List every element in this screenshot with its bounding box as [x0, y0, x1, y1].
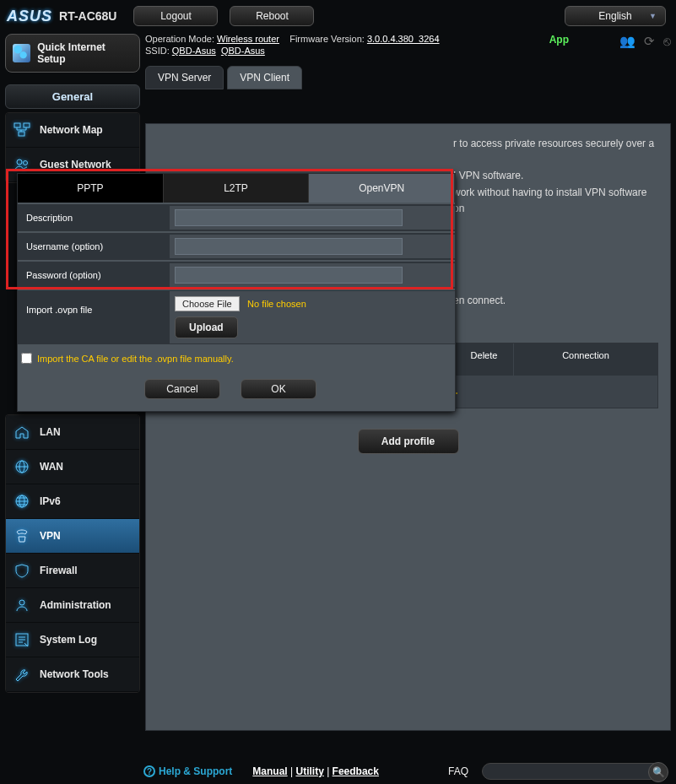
- nav-ipv6[interactable]: IPv6: [6, 484, 139, 519]
- nav-label: IPv6: [40, 495, 61, 507]
- desc-label: Description: [18, 205, 170, 230]
- pass-label: Password (option): [18, 262, 170, 288]
- modal-tab-openvpn[interactable]: OpenVPN: [309, 174, 455, 203]
- svg-point-4: [24, 161, 28, 165]
- feedback-link[interactable]: Feedback: [333, 765, 379, 777]
- quick-internet-setup-button[interactable]: Quick Internet Setup: [5, 34, 140, 73]
- utility-link[interactable]: Utility: [295, 765, 323, 777]
- chevron-down-icon: ▼: [649, 12, 657, 20]
- section-general: General: [5, 84, 140, 109]
- col-connection: Connection: [514, 343, 657, 376]
- nav-label: Network Map: [40, 124, 103, 136]
- nav-vpn[interactable]: VPN: [6, 519, 139, 554]
- nav-label: Guest Network: [40, 159, 111, 170]
- nav-system-log[interactable]: System Log: [6, 623, 139, 657]
- nav-label: LAN: [40, 426, 61, 438]
- choose-file-button[interactable]: Choose File: [175, 296, 240, 311]
- row-password: Password (option): [18, 262, 455, 289]
- nav-label: VPN: [40, 530, 61, 542]
- wrench-icon: [13, 666, 31, 683]
- reboot-button[interactable]: Reboot: [230, 6, 314, 26]
- globe-icon: [13, 458, 31, 475]
- cancel-button[interactable]: Cancel: [144, 379, 220, 399]
- upload-button[interactable]: Upload: [175, 316, 238, 338]
- svg-rect-0: [14, 123, 20, 127]
- svg-rect-2: [19, 132, 24, 136]
- question-icon: ?: [143, 765, 155, 777]
- footer-links: Manual | Utility | Feedback: [252, 765, 379, 777]
- nav-administration[interactable]: Administration: [6, 588, 139, 623]
- info-text: r to access private resources securely o…: [453, 136, 658, 217]
- modal-tab-l2tp[interactable]: L2TP: [164, 174, 310, 203]
- model-label: RT-AC68U: [59, 9, 116, 23]
- info-text-2: en connect.: [453, 293, 658, 309]
- faq-search-input[interactable]: 🔍: [482, 763, 668, 780]
- manual-row: Import the CA file or edit the .ovpn fil…: [18, 344, 455, 372]
- firmware-link[interactable]: 3.0.0.4.380_3264: [367, 34, 440, 44]
- desc-input[interactable]: [175, 209, 403, 226]
- nav-label: Administration: [40, 599, 111, 611]
- opmode-link[interactable]: Wireless router: [217, 34, 279, 44]
- footer: ? Help & Support Manual | Utility | Feed…: [0, 759, 676, 784]
- tab-vpn-client[interactable]: VPN Client: [227, 66, 302, 89]
- log-icon: [13, 631, 31, 648]
- help-support-link[interactable]: ? Help & Support: [143, 765, 232, 777]
- svg-point-9: [19, 600, 24, 605]
- ok-button[interactable]: OK: [241, 379, 316, 399]
- manual-checkbox[interactable]: [21, 353, 32, 364]
- header-status-icons: 👥 ⟳ ⎋: [619, 34, 671, 49]
- row-username: Username (option): [18, 233, 455, 260]
- modal-tabs: PPTP L2TP OpenVPN: [18, 174, 455, 203]
- qis-label: Quick Internet Setup: [37, 41, 132, 65]
- logout-button[interactable]: Logout: [133, 6, 218, 26]
- globe-icon: [13, 493, 31, 510]
- add-profile-modal: PPTP L2TP OpenVPN Description Username (…: [17, 173, 456, 412]
- operation-line-1: Operation Mode: Wireless router Firmware…: [145, 34, 671, 44]
- nav-network-map[interactable]: Network Map: [6, 113, 139, 148]
- nav-label: WAN: [40, 461, 63, 473]
- ssid2-link[interactable]: QBD-Asus: [221, 46, 265, 56]
- nav-label: Network Tools: [40, 668, 109, 680]
- nav-advanced: LAN WAN IPv6 VPN Firewall: [5, 414, 140, 693]
- search-icon[interactable]: 🔍: [648, 762, 668, 782]
- col-delete: Delete: [455, 343, 514, 376]
- row-import: Import .ovpn file Choose File No file ch…: [18, 290, 455, 344]
- language-dropdown[interactable]: English ▼: [565, 6, 666, 26]
- ssid1-link[interactable]: QBD-Asus: [172, 46, 216, 56]
- row-description: Description: [18, 204, 455, 231]
- modal-tab-pptp[interactable]: PPTP: [18, 174, 164, 203]
- svg-rect-1: [24, 123, 30, 127]
- vpn-icon: [13, 527, 31, 544]
- user-input[interactable]: [175, 238, 403, 255]
- manual-label: Import the CA file or edit the .ovpn fil…: [37, 354, 234, 364]
- nav-lan[interactable]: LAN: [6, 415, 139, 450]
- users-icon: [13, 156, 31, 173]
- svg-point-3: [17, 160, 22, 165]
- users-small-icon[interactable]: 👥: [619, 34, 635, 49]
- manual-link[interactable]: Manual: [252, 765, 287, 777]
- modal-actions: Cancel OK: [18, 372, 455, 411]
- tab-vpn-server[interactable]: VPN Server: [145, 66, 224, 89]
- brand-logo: ASUS: [7, 8, 52, 25]
- nav-label: Firewall: [40, 565, 78, 576]
- wand-icon: [13, 44, 30, 62]
- app-link[interactable]: App: [549, 34, 569, 46]
- operation-line-2: SSID: QBD-Asus QBD-Asus: [145, 46, 671, 56]
- language-label: English: [598, 10, 631, 22]
- nav-label: System Log: [40, 634, 97, 646]
- usb-icon[interactable]: ⎋: [663, 34, 671, 49]
- topbar: ASUS RT-AC68U Logout Reboot English ▼: [0, 0, 676, 32]
- network-map-icon: [13, 122, 31, 138]
- nav-network-tools[interactable]: Network Tools: [6, 657, 139, 692]
- import-label: Import .ovpn file: [18, 291, 170, 322]
- add-profile-button[interactable]: Add profile: [358, 429, 459, 454]
- admin-icon: [13, 597, 31, 614]
- house-icon: [13, 424, 31, 441]
- faq-label: FAQ: [448, 765, 468, 777]
- nav-wan[interactable]: WAN: [6, 450, 139, 484]
- nav-firewall[interactable]: Firewall: [6, 554, 139, 588]
- shield-icon: [13, 562, 31, 579]
- no-file-label: No file chosen: [247, 299, 306, 309]
- cycle-icon[interactable]: ⟳: [644, 34, 655, 49]
- pass-input[interactable]: [175, 267, 403, 284]
